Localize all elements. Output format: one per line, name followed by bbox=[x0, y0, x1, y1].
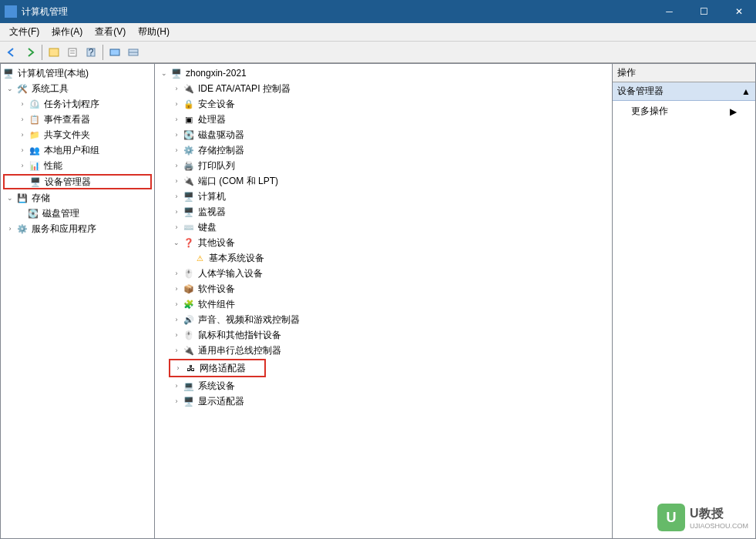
performance-icon: 📊 bbox=[29, 159, 41, 172]
collapse-icon[interactable]: ⌄ bbox=[5, 84, 15, 93]
clock-icon: ⏲️ bbox=[29, 98, 41, 110]
device-soft-components[interactable]: ›🧩软件组件 bbox=[156, 296, 610, 312]
device-display[interactable]: ›🖥️显示适配器 bbox=[156, 393, 610, 409]
computer-icon: 🖥️ bbox=[183, 190, 195, 203]
expand-icon[interactable]: › bbox=[172, 84, 181, 93]
expand-icon[interactable]: › bbox=[172, 284, 181, 293]
tree-disk-management[interactable]: 💽 磁盘管理 bbox=[2, 206, 153, 221]
minimize-button[interactable]: ─ bbox=[652, 0, 687, 23]
device-print-queue[interactable]: ›🖨️打印队列 bbox=[156, 158, 610, 173]
component-icon: 🧩 bbox=[183, 298, 195, 310]
watermark-badge: U bbox=[657, 504, 685, 531]
maximize-button[interactable]: ☐ bbox=[687, 0, 721, 23]
expand-icon[interactable]: › bbox=[18, 115, 27, 124]
expand-icon[interactable]: › bbox=[172, 176, 181, 186]
expand-icon[interactable]: › bbox=[172, 315, 181, 324]
device-ide[interactable]: ›🔌IDE ATA/ATAPI 控制器 bbox=[156, 81, 610, 96]
device-base-system[interactable]: 基本系统设备 bbox=[156, 250, 610, 266]
menu-action[interactable]: 操作(A) bbox=[45, 24, 89, 40]
close-button[interactable]: ✕ bbox=[721, 0, 756, 23]
tree-local-users[interactable]: › 👥 本地用户和组 bbox=[2, 142, 153, 158]
device-system[interactable]: ›💻系统设备 bbox=[156, 378, 610, 393]
device-ports[interactable]: ›🔌端口 (COM 和 LPT) bbox=[156, 173, 610, 189]
device-storage-ctrl[interactable]: ›⚙️存储控制器 bbox=[156, 142, 610, 158]
expand-icon[interactable]: › bbox=[172, 346, 181, 355]
center-panel: ⌄ 🖥️ zhongxin-2021 ›🔌IDE ATA/ATAPI 控制器 ›… bbox=[154, 63, 613, 539]
expand-icon[interactable]: › bbox=[18, 99, 27, 109]
expand-icon[interactable]: › bbox=[5, 224, 15, 233]
menu-help[interactable]: 帮助(H) bbox=[132, 24, 176, 40]
hid-icon: 🖱️ bbox=[183, 267, 195, 280]
expand-icon[interactable]: › bbox=[172, 115, 181, 124]
tree-system-tools[interactable]: ⌄ 🛠️ 系统工具 bbox=[2, 81, 153, 96]
expand-icon[interactable]: › bbox=[172, 223, 181, 232]
collapse-icon[interactable]: ⌄ bbox=[172, 238, 181, 247]
nav-forward-button[interactable] bbox=[22, 44, 39, 61]
tree-storage[interactable]: ⌄ 💾 存储 bbox=[2, 190, 153, 206]
management-tree: 🖥️ 计算机管理(本地) ⌄ 🛠️ 系统工具 › ⏲️ 任务计划程序 › 📋 事… bbox=[1, 64, 154, 238]
main-content: 🖥️ 计算机管理(本地) ⌄ 🛠️ 系统工具 › ⏲️ 任务计划程序 › 📋 事… bbox=[0, 63, 756, 539]
expand-icon[interactable]: › bbox=[172, 130, 181, 139]
expand-icon[interactable]: › bbox=[172, 397, 181, 406]
device-hid[interactable]: ›🖱️人体学输入设备 bbox=[156, 266, 610, 281]
expand-icon[interactable]: › bbox=[172, 300, 181, 309]
usb-icon: 🔌 bbox=[183, 344, 195, 357]
storage-icon: 💾 bbox=[16, 192, 29, 204]
expand-icon[interactable]: › bbox=[18, 130, 27, 139]
expand-icon[interactable]: › bbox=[173, 363, 183, 373]
device-audio[interactable]: ›🔊声音、视频和游戏控制器 bbox=[156, 312, 610, 327]
menu-file[interactable]: 文件(F) bbox=[3, 24, 45, 40]
expand-icon[interactable]: › bbox=[172, 330, 181, 340]
device-network-adapter[interactable]: ›🖧网络适配器 bbox=[170, 360, 264, 376]
view-resources-button[interactable] bbox=[125, 44, 142, 61]
tree-device-manager[interactable]: 🖥️ 设备管理器 bbox=[3, 174, 152, 189]
device-usb[interactable]: ›🔌通用串行总线控制器 bbox=[156, 343, 610, 358]
expand-icon[interactable]: › bbox=[172, 146, 181, 155]
expand-icon[interactable]: › bbox=[172, 269, 181, 278]
expand-icon[interactable]: › bbox=[18, 161, 27, 170]
window-title: 计算机管理 bbox=[22, 5, 652, 18]
actions-section-device-manager[interactable]: 设备管理器 ▲ bbox=[613, 82, 755, 101]
expand-icon[interactable]: › bbox=[172, 192, 181, 201]
device-disk-drive[interactable]: ›💽磁盘驱动器 bbox=[156, 127, 610, 142]
printer-icon: 🖨️ bbox=[183, 159, 195, 172]
collapse-triangle-icon: ▲ bbox=[741, 86, 751, 97]
device-monitor[interactable]: ›🖥️监视器 bbox=[156, 204, 610, 219]
tree-event-viewer[interactable]: › 📋 事件查看器 bbox=[2, 112, 153, 127]
device-other[interactable]: ⌄❓其他设备 bbox=[156, 235, 610, 250]
toolbar-separator bbox=[102, 45, 103, 60]
nav-back-button[interactable] bbox=[3, 44, 20, 61]
software-icon: 📦 bbox=[183, 283, 195, 295]
collapse-icon[interactable]: ⌄ bbox=[160, 69, 169, 78]
device-cpu[interactable]: ›▣处理器 bbox=[156, 112, 610, 127]
device-security[interactable]: ›🔒安全设备 bbox=[156, 96, 610, 112]
computer-icon: 🖥️ bbox=[2, 67, 15, 79]
tree-shared-folders[interactable]: › 📁 共享文件夹 bbox=[2, 127, 153, 142]
view-devices-button[interactable] bbox=[106, 44, 123, 61]
expand-icon[interactable]: › bbox=[172, 381, 181, 390]
device-keyboard[interactable]: ›⌨️键盘 bbox=[156, 219, 610, 235]
menu-view[interactable]: 查看(V) bbox=[89, 24, 132, 40]
collapse-icon[interactable]: ⌄ bbox=[5, 193, 15, 203]
keyboard-icon: ⌨️ bbox=[183, 221, 195, 233]
actions-header: 操作 bbox=[613, 64, 755, 82]
device-root[interactable]: ⌄ 🖥️ zhongxin-2021 bbox=[156, 65, 610, 81]
expand-icon[interactable]: › bbox=[172, 99, 181, 109]
expand-icon[interactable]: › bbox=[18, 146, 27, 155]
expand-icon[interactable]: › bbox=[172, 161, 181, 170]
tree-task-scheduler[interactable]: › ⏲️ 任务计划程序 bbox=[2, 96, 153, 112]
device-software[interactable]: ›📦软件设备 bbox=[156, 281, 610, 296]
other-devices-icon: ❓ bbox=[183, 236, 195, 249]
device-mouse[interactable]: ›🖱️鼠标和其他指针设备 bbox=[156, 327, 610, 343]
tree-services-apps[interactable]: › ⚙️ 服务和应用程序 bbox=[2, 221, 153, 236]
properties-button[interactable] bbox=[64, 44, 81, 61]
chevron-right-icon: ▶ bbox=[730, 106, 737, 117]
help-button[interactable]: ? bbox=[82, 44, 99, 61]
show-hide-tree-button[interactable] bbox=[45, 44, 62, 61]
expand-icon[interactable]: › bbox=[172, 207, 181, 216]
device-computer[interactable]: ›🖥️计算机 bbox=[156, 189, 610, 204]
tree-performance[interactable]: › 📊 性能 bbox=[2, 158, 153, 173]
actions-more[interactable]: 更多操作 ▶ bbox=[613, 101, 755, 122]
audio-icon: 🔊 bbox=[183, 313, 195, 326]
tree-root-computer-management[interactable]: 🖥️ 计算机管理(本地) bbox=[2, 65, 153, 81]
